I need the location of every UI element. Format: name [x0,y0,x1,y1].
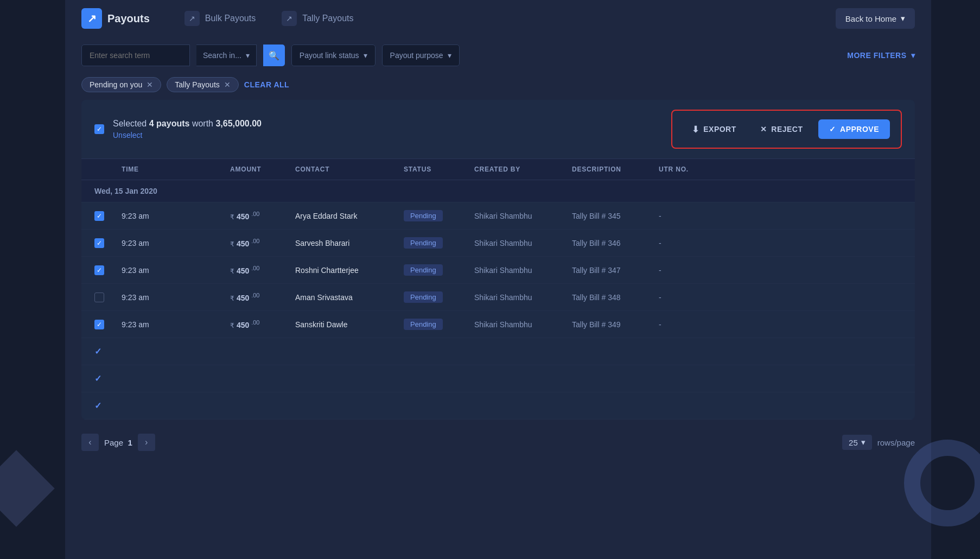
selection-info: Selected 4 payouts worth 3,65,000.00 Uns… [113,119,262,139]
row-check-3 [94,293,122,302]
cents: .00 [251,265,259,271]
chevron-down-icon: ▾ [448,51,451,60]
amount-cell-3: ₹ 450 .00 [230,292,295,302]
unselect-link[interactable]: Unselect [113,131,262,139]
status-cell-1: Pending [404,237,474,249]
reject-button[interactable]: ✕ REJECT [752,120,812,138]
row-checkbox-3[interactable] [94,293,104,302]
row-checkbox-2[interactable]: ✓ [94,265,104,275]
contact-cell-1: Sarvesh Bharari [295,239,404,247]
selection-text: Selected 4 payouts worth 3,65,000.00 [113,119,262,129]
contact-cell-0: Arya Eddard Stark [295,212,404,220]
back-to-home-button[interactable]: Back to Home ▾ [836,8,915,29]
prev-page-button[interactable]: ‹ [81,434,99,451]
table-rows-container: ✓ 9:23 am ₹ 450 .00 Arya Eddard Stark Pe… [81,202,915,338]
empty-row: ✓ [81,338,915,365]
rows-per-page-select[interactable]: 25 ▾ [842,435,872,450]
created-by-cell-1: Shikari Shambhu [474,239,572,247]
chevron-down-icon: ▾ [364,51,367,60]
date-group-header: Wed, 15 Jan 2020 [81,180,915,202]
search-icon: 🔍 [269,50,279,61]
row-checkbox-1[interactable]: ✓ [94,238,104,248]
next-icon: › [145,437,148,447]
status-badge-2: Pending [404,264,443,276]
contact-cell-3: Aman Srivastava [295,293,404,302]
brand-icon: ↗ [81,8,102,29]
nav-tabs: ↗ Payouts ↗ Bulk Payouts ↗ Tally Payouts [81,7,366,30]
tab-bulk-payouts[interactable]: ↗ Bulk Payouts [171,7,269,30]
chip-tally-close[interactable]: ✕ [224,80,231,89]
brand-title: Payouts [107,12,150,25]
more-filters-button[interactable]: MORE FILTERS ▾ [847,51,915,60]
prev-icon: ‹ [88,437,91,447]
pagination-right: 25 ▾ rows/page [842,435,915,450]
th-created-by: CREATED BY [474,166,572,173]
search-input[interactable] [90,51,182,60]
row-checkbox-4[interactable]: ✓ [94,320,104,329]
check-icon: ✓ [94,373,101,384]
time-cell-4: 9:23 am [122,320,230,329]
approve-icon: ✓ [829,125,836,134]
clear-all-button[interactable]: CLEAR ALL [244,80,289,89]
th-checkbox [94,166,122,173]
rows-label: rows/page [877,438,915,447]
main-content: ↗ Payouts ↗ Bulk Payouts ↗ Tally Payouts… [65,0,931,559]
payout-link-status-label: Payout link status [300,51,359,60]
tab-tally-payouts[interactable]: ↗ Tally Payouts [269,7,366,30]
search-button[interactable]: 🔍 [263,45,285,66]
time-cell-1: 9:23 am [122,239,230,247]
empty-row: ✓ [81,365,915,392]
th-utr: UTR NO. [659,166,713,173]
next-page-button[interactable]: › [138,434,155,451]
amount-cell-2: ₹ 450 .00 [230,265,295,275]
bulk-payouts-label: Bulk Payouts [205,14,256,23]
utr-cell-0: - [659,212,713,220]
amount-cell-0: ₹ 450 .00 [230,211,295,221]
status-badge-1: Pending [404,237,443,249]
payout-link-status-filter[interactable]: Payout link status ▾ [291,45,376,66]
chip-pending-on-you: Pending on you ✕ [81,77,161,92]
amount-cell-4: ₹ 450 .00 [230,319,295,329]
nav-brand: ↗ Payouts [81,8,150,29]
pagination-left: ‹ Page 1 › [81,434,155,451]
row-check-4: ✓ [94,320,122,329]
th-contact: CONTACT [295,166,404,173]
time-cell-3: 9:23 am [122,293,230,302]
created-by-cell-2: Shikari Shambhu [474,266,572,275]
chip-tally-payouts: Tally Payouts ✕ [167,77,238,92]
right-sidebar [931,0,980,559]
table-row: ✓ 9:23 am ₹ 450 .00 Arya Eddard Stark Pe… [81,202,915,230]
export-button[interactable]: ⬇ EXPORT [683,120,745,139]
table-area: ✓ Selected 4 payouts worth 3,65,000.00 U… [81,100,915,420]
utr-cell-2: - [659,266,713,275]
status-cell-2: Pending [404,264,474,276]
bulk-payouts-icon: ↗ [184,11,200,26]
check-icon: ✓ [94,401,101,411]
status-badge-0: Pending [404,210,443,221]
payout-purpose-label: Payout purpose [390,51,443,60]
approve-button[interactable]: ✓ APPROVE [818,119,890,139]
select-all-checkbox[interactable]: ✓ [94,124,104,134]
utr-cell-1: - [659,239,713,247]
th-description: DESCRIPTION [572,166,659,173]
chevron-down-icon: ▾ [246,51,250,60]
table-row: ✓ 9:23 am ₹ 450 .00 Sanskriti Dawle Pend… [81,311,915,338]
description-cell-4: Tally Bill # 349 [572,320,659,329]
export-icon: ⬇ [692,124,699,135]
row-check-0: ✓ [94,211,122,221]
search-in-dropdown[interactable]: Search in... ▾ [196,45,257,66]
description-cell-0: Tally Bill # 345 [572,212,659,220]
description-cell-2: Tally Bill # 347 [572,266,659,275]
rows-chevron-icon: ▾ [861,437,866,447]
empty-row-check: ✓ [94,346,122,357]
chip-pending-close[interactable]: ✕ [147,80,153,89]
tally-payouts-icon: ↗ [282,11,297,26]
search-in-label: Search in... [203,51,241,60]
payout-purpose-filter[interactable]: Payout purpose ▾ [382,45,460,66]
row-checkbox-0[interactable]: ✓ [94,211,104,221]
contact-cell-4: Sanskriti Dawle [295,320,404,329]
currency-symbol: ₹ [230,240,234,248]
currency-symbol: ₹ [230,322,234,329]
check-icon: ✓ [94,346,101,357]
rows-count: 25 [849,438,858,447]
